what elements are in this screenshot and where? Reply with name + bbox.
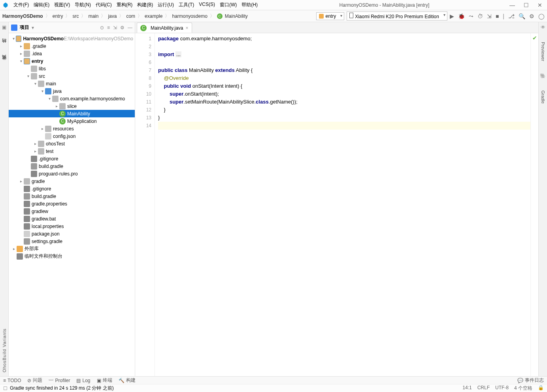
tree-row[interactable]: ▾entry bbox=[9, 57, 135, 65]
chevron-icon[interactable]: ▸ bbox=[11, 247, 17, 251]
attach-icon[interactable]: ⇲ bbox=[487, 13, 492, 19]
status-indent[interactable]: 4 个空格 bbox=[514, 385, 532, 392]
profile-circle-icon[interactable]: ◯ bbox=[538, 13, 545, 19]
chevron-icon[interactable]: ▸ bbox=[18, 51, 24, 56]
project-tool-icon[interactable]: ▣ bbox=[2, 24, 6, 30]
tree-row[interactable]: ▾com.example.harmonyosdemo bbox=[9, 95, 135, 102]
tree-row[interactable]: .gitignore bbox=[9, 185, 135, 192]
menu-item[interactable]: 视图(V) bbox=[53, 1, 72, 9]
chevron-icon[interactable]: ▾ bbox=[25, 74, 31, 78]
device-selector[interactable]: Xiaomi Redmi K20 Pro Premium Edition bbox=[347, 11, 447, 21]
menu-item[interactable]: 运行(U) bbox=[156, 1, 175, 9]
tree-row[interactable]: ▸.gradle bbox=[9, 42, 135, 50]
breadcrumb-item[interactable]: harmonyosdemo bbox=[172, 13, 207, 19]
left-label-structure[interactable]: 结构 bbox=[1, 46, 7, 47]
chevron-icon[interactable]: ▾ bbox=[40, 89, 45, 93]
project-tree[interactable]: ▾HarmonyOSDemo E:\Workspace\HarmonyOSDem… bbox=[9, 33, 135, 376]
search-icon[interactable]: 🔍 bbox=[519, 13, 525, 19]
tree-row[interactable]: CMainAbility bbox=[9, 110, 135, 117]
chevron-icon[interactable]: ▸ bbox=[32, 149, 38, 153]
collapse-all-icon[interactable]: ⇲ bbox=[113, 25, 117, 30]
settings-icon[interactable]: ⚙ bbox=[529, 13, 534, 19]
close-icon[interactable]: ✕ bbox=[538, 2, 542, 8]
breadcrumb[interactable]: HarmonyOSDemo〉entry〉src〉main〉java〉com〉ex… bbox=[2, 13, 248, 19]
tree-row[interactable]: build.gradle bbox=[9, 162, 135, 170]
right-label-previewer[interactable]: Previewer bbox=[541, 42, 545, 61]
status-position[interactable]: 14:1 bbox=[462, 385, 472, 392]
tree-row[interactable]: gradle.properties bbox=[9, 200, 135, 207]
left-label-variants[interactable]: OhosBuild Variants bbox=[2, 328, 7, 372]
tree-row[interactable]: local.properties bbox=[9, 222, 135, 230]
menu-item[interactable]: 重构(R) bbox=[115, 1, 134, 9]
left-label-favorites[interactable]: 收藏夹 bbox=[1, 62, 7, 64]
tree-row[interactable]: ▸gradle bbox=[9, 177, 135, 185]
tree-row[interactable]: CMyApplication bbox=[9, 117, 135, 125]
menu-item[interactable]: VCS(S) bbox=[197, 1, 217, 9]
tree-row[interactable]: settings.gradle bbox=[9, 237, 135, 245]
chevron-icon[interactable]: ▾ bbox=[47, 96, 52, 101]
menu-item[interactable]: 工具(T) bbox=[177, 1, 196, 9]
tree-row[interactable]: gradlew.bat bbox=[9, 215, 135, 222]
tree-row[interactable]: ▸外部库 bbox=[9, 245, 135, 253]
right-label-gradle[interactable]: Gradle bbox=[541, 90, 545, 104]
tree-row[interactable]: ▸ohosTest bbox=[9, 140, 135, 147]
hide-panel-icon[interactable]: — bbox=[128, 25, 132, 30]
tree-row[interactable]: ▾java bbox=[9, 87, 135, 95]
tree-row[interactable]: ▾main bbox=[9, 80, 135, 87]
profile-icon[interactable]: ⏱ bbox=[477, 13, 483, 19]
tree-row[interactable]: ▸test bbox=[9, 147, 135, 155]
gear-icon[interactable]: ⚙ bbox=[120, 25, 124, 30]
chevron-icon[interactable]: ▸ bbox=[32, 141, 38, 146]
breadcrumb-item[interactable]: com bbox=[126, 13, 135, 19]
tree-row[interactable]: ▾HarmonyOSDemo E:\Workspace\HarmonyOSDem… bbox=[9, 35, 135, 42]
breadcrumb-item[interactable]: java bbox=[108, 13, 117, 19]
tree-row[interactable]: ▸slice bbox=[9, 102, 135, 110]
chevron-icon[interactable]: ▾ bbox=[32, 81, 38, 86]
debug-icon[interactable]: 🐞 bbox=[458, 13, 465, 19]
status-eol[interactable]: CRLF bbox=[477, 385, 490, 392]
tree-row[interactable]: proguard-rules.pro bbox=[9, 170, 135, 177]
breadcrumb-item[interactable]: src bbox=[72, 13, 79, 19]
chevron-icon[interactable]: ▾ bbox=[18, 59, 24, 63]
menu-item[interactable]: 帮助(H) bbox=[240, 1, 259, 9]
breadcrumb-item[interactable]: HarmonyOSDemo bbox=[2, 13, 43, 19]
tree-row[interactable]: ▸resources bbox=[9, 125, 135, 132]
menu-item[interactable]: 代码(C) bbox=[94, 1, 113, 9]
menu-item[interactable]: 编辑(E) bbox=[32, 1, 51, 9]
tree-row[interactable]: 临时文件和控制台 bbox=[9, 253, 135, 260]
gradle-icon[interactable]: 🐘 bbox=[540, 73, 546, 79]
breadcrumb-item[interactable]: example bbox=[145, 13, 162, 19]
tool-log[interactable]: ▤ Log bbox=[76, 378, 90, 383]
tab-close-icon[interactable]: × bbox=[185, 25, 188, 31]
tool-todo[interactable]: ≡ TODO bbox=[3, 378, 21, 383]
tree-row[interactable]: ▾src bbox=[9, 72, 135, 80]
tool-event-log[interactable]: 💬 事件日志 bbox=[517, 377, 544, 384]
menu-item[interactable]: 窗口(W) bbox=[218, 1, 238, 9]
status-encoding[interactable]: UTF-8 bbox=[495, 385, 509, 392]
menu-item[interactable]: 文件(F) bbox=[12, 1, 30, 9]
tree-row[interactable]: gradlew bbox=[9, 207, 135, 215]
minimize-icon[interactable]: — bbox=[509, 2, 515, 8]
project-panel-title[interactable]: 项目 bbox=[20, 24, 29, 31]
chevron-icon[interactable]: ▸ bbox=[40, 126, 45, 131]
menu-item[interactable]: 构建(B) bbox=[136, 1, 155, 9]
tool-profiler[interactable]: 〰 Profiler bbox=[49, 378, 70, 383]
locate-icon[interactable]: ⊙ bbox=[100, 25, 104, 30]
tool-problems[interactable]: ⊘ 问题 bbox=[27, 377, 42, 384]
tool-terminal[interactable]: ▣ 终端 bbox=[97, 377, 112, 384]
coverage-icon[interactable]: ⤳ bbox=[469, 13, 473, 19]
tool-build[interactable]: 🔨 构建 bbox=[119, 377, 136, 384]
chevron-icon[interactable]: ▸ bbox=[54, 104, 59, 108]
maximize-icon[interactable]: ☐ bbox=[524, 2, 529, 8]
tree-row[interactable]: libs bbox=[9, 65, 135, 72]
tree-row[interactable]: ▸.idea bbox=[9, 50, 135, 57]
stop-icon[interactable]: ■ bbox=[496, 13, 499, 19]
previewer-icon[interactable]: 👁 bbox=[541, 24, 545, 30]
tab-mainability[interactable]: C MainAbility.java × bbox=[137, 23, 192, 33]
chevron-icon[interactable]: ▸ bbox=[18, 179, 24, 183]
tree-row[interactable]: package.json bbox=[9, 230, 135, 237]
chevron-icon[interactable]: ▾ bbox=[11, 36, 16, 41]
expand-all-icon[interactable]: ≡ bbox=[107, 25, 110, 30]
tree-row[interactable]: .gitignore bbox=[9, 155, 135, 162]
breadcrumb-item[interactable]: main bbox=[88, 13, 98, 19]
